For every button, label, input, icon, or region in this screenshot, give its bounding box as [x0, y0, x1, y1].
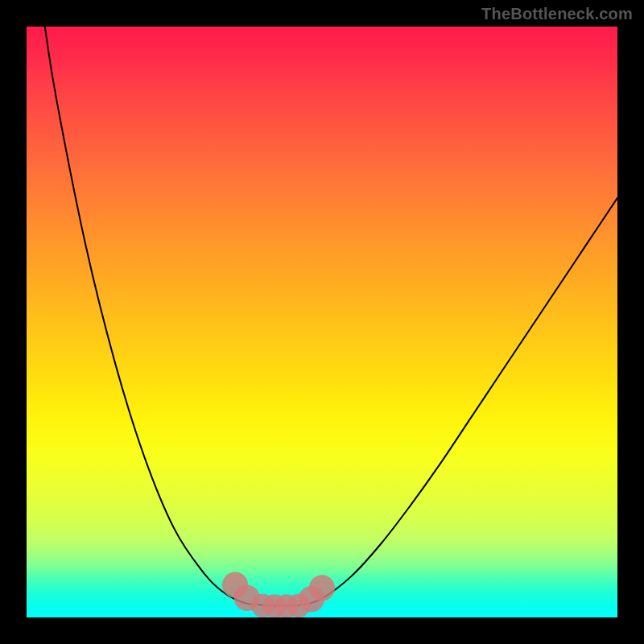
- watermark-text: TheBottleneck.com: [481, 5, 633, 23]
- flat-marker-d: [287, 594, 310, 617]
- markers-group: [222, 572, 335, 617]
- left-curve: [45, 27, 258, 605]
- plot-area: [27, 27, 617, 617]
- curves-svg: [27, 27, 617, 617]
- right-curve: [304, 198, 617, 605]
- chart-frame: TheBottleneck.com: [0, 0, 644, 644]
